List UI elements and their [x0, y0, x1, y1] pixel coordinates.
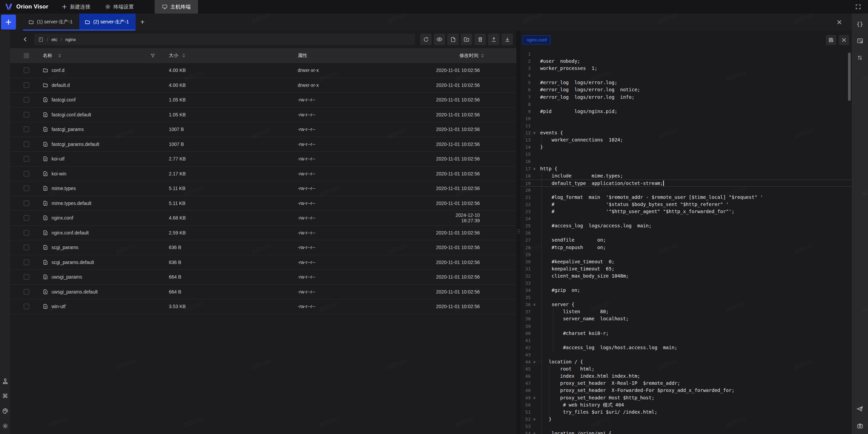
code-line[interactable]: 15 ∨: [520, 151, 852, 158]
code-line[interactable]: 28 ∨ #tcp_nopush on;: [520, 244, 852, 251]
new-folder-icon[interactable]: [461, 34, 472, 45]
table-row[interactable]: fastcgi.conf 1.05 KB -rw-r--r-- 2020-11-…: [10, 93, 516, 108]
code-line[interactable]: 4 ∨: [520, 72, 852, 79]
table-row[interactable]: nginx.conf.default 2.59 KB -rw-r--r-- 20…: [10, 226, 516, 241]
code-line[interactable]: 46 ∨ index index.html index.htm;: [520, 373, 852, 380]
file-name[interactable]: koi-win: [52, 171, 66, 176]
back-icon[interactable]: [20, 34, 30, 44]
file-name[interactable]: conf.d: [52, 68, 64, 73]
code-line[interactable]: 14 ∨ }: [520, 144, 852, 151]
code-line[interactable]: 47 ∨ proxy_set_header X-Real-IP $remote_…: [520, 380, 852, 387]
file-name[interactable]: mime.types.default: [52, 201, 92, 206]
code-line[interactable]: 24 ∨: [520, 215, 852, 222]
code-line[interactable]: 48 ∨ proxy_set_header X-Forwarded-For $p…: [520, 387, 852, 394]
code-line[interactable]: 32 ∨ client_max_body_size 1048m;: [520, 272, 852, 280]
command-snippet-icon[interactable]: [856, 37, 864, 45]
table-row[interactable]: scgi_params.default 636 B -rw-r--r-- 202…: [10, 255, 516, 270]
select-all-checkbox[interactable]: [24, 53, 29, 58]
open-file-tag[interactable]: nginx.conf: [522, 35, 551, 44]
code-editor[interactable]: 1 ∨ 2 ∨ #user nobody; 3 ∨ worker_process…: [520, 49, 852, 434]
close-panel-icon[interactable]: [834, 17, 844, 27]
command-icon[interactable]: ⌘: [1, 392, 9, 400]
code-line[interactable]: 36 ∨ server {: [520, 301, 852, 308]
file-name[interactable]: nginx.conf: [52, 215, 73, 221]
screenshot-camera-icon[interactable]: [856, 422, 864, 430]
fullscreen-icon[interactable]: [853, 2, 863, 12]
code-line[interactable]: 16 ∨: [520, 158, 852, 165]
code-line[interactable]: 13 ∨ worker_connections 1024;: [520, 136, 852, 144]
sort-mtime-icon[interactable]: [481, 54, 484, 58]
row-checkbox[interactable]: [24, 260, 29, 265]
file-name[interactable]: fastcgi_params: [52, 127, 84, 132]
code-line[interactable]: 17 ∨ http {: [520, 165, 852, 172]
table-row[interactable]: fastcgi.conf.default 1.05 KB -rw-r--r-- …: [10, 108, 516, 122]
code-line[interactable]: 42 ∨ #access_log logs/host.access.log ma…: [520, 344, 852, 351]
row-checkbox[interactable]: [24, 156, 29, 162]
file-name[interactable]: fastcgi.conf: [52, 97, 76, 102]
save-icon[interactable]: [826, 35, 836, 45]
code-line[interactable]: 6 ∨ #error_log logs/error.log notice;: [520, 86, 852, 93]
fold-chevron-icon[interactable]: ∨: [531, 394, 538, 401]
table-row[interactable]: koi-win 2.17 KB -rw-r--r-- 2020-11-01 10…: [10, 167, 516, 182]
file-name[interactable]: scgi_params: [52, 245, 78, 250]
delete-icon[interactable]: [474, 34, 486, 45]
code-line[interactable]: 8 ∨: [520, 101, 852, 108]
table-row[interactable]: koi-utf 2.77 KB -rw-r--r-- 2020-11-01 10…: [10, 152, 516, 167]
breadcrumb-etc[interactable]: etc: [52, 37, 57, 42]
code-line[interactable]: 51 ∨ try_files $uri $uri/ /index.html;: [520, 409, 852, 416]
fold-chevron-icon[interactable]: ∨: [531, 301, 538, 308]
path-breadcrumb[interactable]: / etc / nginx: [34, 34, 415, 45]
table-row[interactable]: fastcgi_params.default 1007 B -rw-r--r--…: [10, 137, 516, 152]
file-name[interactable]: nginx.conf.default: [52, 230, 89, 235]
column-name[interactable]: 名称: [43, 53, 52, 59]
code-line[interactable]: 35 ∨: [520, 294, 852, 301]
code-line[interactable]: 10 ∨: [520, 115, 852, 122]
code-line[interactable]: 23 ∨ # '"$http_user_agent" "$http_x_forw…: [520, 208, 852, 215]
row-checkbox[interactable]: [24, 68, 29, 73]
table-row[interactable]: mime.types.default 5.11 KB -rw-r--r-- 20…: [10, 196, 516, 211]
code-line[interactable]: 18 ∨ include mime.types;: [520, 172, 852, 180]
table-row[interactable]: win-utf 3.53 KB -rw-r--r-- 2020-11-01 10…: [10, 299, 516, 314]
table-row[interactable]: uwsgi_params 664 B -rw-r--r-- 2020-11-01…: [10, 270, 516, 285]
breadcrumb-nginx[interactable]: nginx: [65, 37, 76, 42]
preview-icon[interactable]: [434, 34, 445, 45]
code-line[interactable]: 9 ∨ #pid logs/nginx.pid;: [520, 108, 852, 115]
code-line[interactable]: 43 ∨: [520, 351, 852, 358]
code-line[interactable]: 11 ∨: [520, 122, 852, 129]
sort-name-icon[interactable]: [58, 54, 61, 58]
code-line[interactable]: 21 ∨ #log_format main '$remote_addr - $r…: [520, 194, 852, 201]
code-line[interactable]: 1 ∨: [520, 51, 852, 58]
code-line[interactable]: 52 ∨ }: [520, 416, 852, 423]
row-checkbox[interactable]: [24, 274, 29, 280]
file-name[interactable]: fastcgi.conf.default: [52, 112, 91, 117]
code-line[interactable]: 2 ∨ #user nobody;: [520, 58, 852, 65]
refresh-icon[interactable]: [420, 34, 432, 45]
file-name[interactable]: koi-utf: [52, 156, 64, 162]
code-line[interactable]: 26 ∨: [520, 229, 852, 237]
palette-icon[interactable]: [1, 407, 9, 415]
menu-host-terminal[interactable]: 主机终端: [155, 0, 198, 14]
table-row[interactable]: uwsgi_params.default 664 B -rw-r--r-- 20…: [10, 285, 516, 300]
code-line[interactable]: 7 ∨ #error_log logs/error.log info;: [520, 94, 852, 101]
code-line[interactable]: 41 ∨: [520, 337, 852, 344]
file-name[interactable]: default.d: [52, 82, 70, 88]
new-file-icon[interactable]: [447, 34, 459, 45]
column-size[interactable]: 大小: [169, 53, 178, 58]
code-line[interactable]: 44 ∨ location / {: [520, 358, 852, 365]
code-line[interactable]: 40 ∨ #charset koi8-r;: [520, 330, 852, 337]
download-icon[interactable]: [501, 34, 513, 45]
json-braces-icon[interactable]: {}: [856, 20, 864, 28]
table-row[interactable]: conf.d 4.00 KB drwxr-xr-x 2020-11-01 10:…: [10, 63, 516, 78]
row-checkbox[interactable]: [24, 141, 29, 147]
table-row[interactable]: default.d 4.00 KB drwxr-xr-x 2020-11-01 …: [10, 78, 516, 93]
row-checkbox[interactable]: [24, 171, 29, 176]
row-checkbox[interactable]: [24, 289, 29, 295]
fold-chevron-icon[interactable]: ∨: [531, 165, 538, 172]
code-line[interactable]: 25 ∨ #access_log logs/access.log main;: [520, 222, 852, 229]
add-tab-button[interactable]: +: [136, 14, 149, 31]
sort-size-icon[interactable]: [182, 54, 185, 58]
row-checkbox[interactable]: [24, 215, 29, 221]
code-line[interactable]: 5 ∨ #error_log logs/error.log;: [520, 79, 852, 86]
code-line[interactable]: 29 ∨: [520, 251, 852, 258]
file-name[interactable]: uwsgi_params.default: [52, 289, 98, 295]
